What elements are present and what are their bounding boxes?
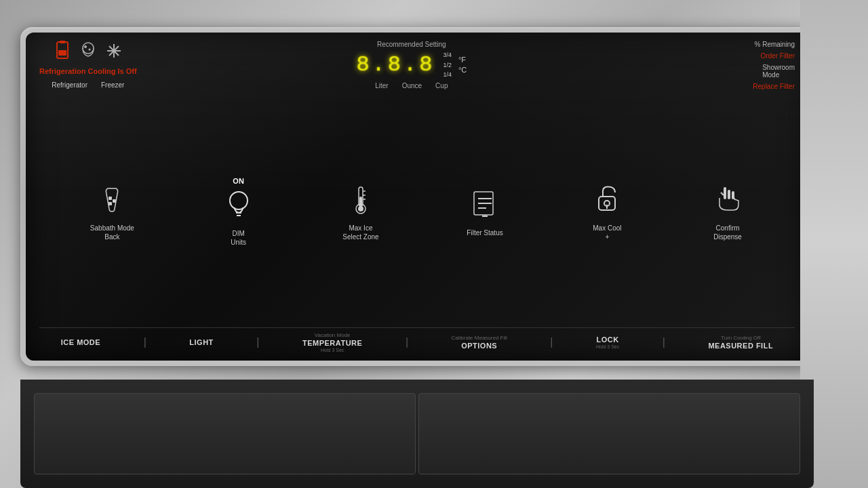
liter-label: Liter <box>375 82 388 89</box>
fraction-1-4: 1/4 <box>443 70 452 79</box>
temp-fahrenheit: °F <box>458 56 467 64</box>
svg-point-5 <box>88 49 90 51</box>
max-cool-button[interactable]: Max Cool+ <box>591 182 623 241</box>
max-cool-label: Max Cool+ <box>593 224 621 241</box>
center-display: Recommended Setting 8.8.8 3/4 1/2 1/4 <box>137 41 686 89</box>
ice-mode-label[interactable]: ICE MODE <box>61 338 100 346</box>
replace-filter: Replace Filter <box>753 83 795 90</box>
divider-2: | <box>256 336 259 348</box>
vacation-mode-sub: Vacation Mode <box>315 332 351 338</box>
thermometer-icon <box>344 182 377 220</box>
lock-label: LOCK <box>597 336 619 344</box>
sabbath-icon <box>93 182 131 220</box>
bottom-dispenser <box>20 380 814 488</box>
on-indicator: ON <box>233 176 244 186</box>
max-ice-label: Max IceSelect Zone <box>342 224 378 241</box>
svg-rect-32 <box>724 187 726 199</box>
divider-1: | <box>144 336 146 348</box>
fridge-battery-icon <box>54 41 71 64</box>
light-button[interactable]: ON DIMUnits <box>222 176 255 247</box>
dim-units-label: DIMUnits <box>231 229 246 247</box>
sabbath-mode-button[interactable]: Sabbath ModeBack <box>90 182 134 241</box>
measured-fill-label: MEASURED FILL <box>708 342 773 350</box>
temperature-label: TEMPERATURE <box>302 339 362 347</box>
svg-point-20 <box>358 206 363 211</box>
seg-display-value: 8.8.8 <box>356 52 435 77</box>
dispense-labels: Liter Ounce Cup <box>375 82 448 89</box>
temp-units: °F °C <box>458 56 467 74</box>
lock-area[interactable]: LOCK Hold 3 Sec <box>596 336 619 349</box>
lock-icon <box>591 182 623 220</box>
dispenser-slot-left <box>34 393 416 474</box>
order-filter: Order Filter <box>760 52 795 60</box>
svg-rect-12 <box>113 199 116 203</box>
options-label: OPTIONS <box>461 342 497 350</box>
temp-fractions: 3/4 1/2 1/4 <box>443 51 452 79</box>
bottom-labels-row: ICE MODE | LIGHT | Vacation Mode TEMPERA… <box>39 327 795 355</box>
fraction-3-4: 3/4 <box>443 51 452 60</box>
dispenser-slot-right <box>418 393 800 474</box>
fridge-body: Refrigeration Cooling Is Off Refrigerato… <box>0 0 868 488</box>
svg-rect-2 <box>58 50 66 56</box>
temp-celsius: °C <box>458 66 467 74</box>
appliance-icons <box>54 41 122 64</box>
measured-fill-area[interactable]: Turn Cooling Off MEASURED FILL <box>708 335 773 350</box>
panel-inner: Refrigeration Cooling Is Off Refrigerato… <box>26 33 808 361</box>
svg-rect-11 <box>108 197 112 200</box>
calibrate-sub: Calibrate Measured Fill <box>452 335 507 341</box>
svg-rect-33 <box>728 190 730 199</box>
max-ice-button[interactable]: Max IceSelect Zone <box>342 182 378 241</box>
top-section: Refrigeration Cooling Is Off Refrigerato… <box>39 41 795 90</box>
svg-rect-1 <box>60 41 65 43</box>
divider-4: | <box>550 336 553 348</box>
panel-content: Refrigeration Cooling Is Off Refrigerato… <box>26 33 808 361</box>
refrigeration-status: Refrigeration Cooling Is Off <box>39 66 137 76</box>
refrigerator-label: Refrigerator <box>52 81 87 89</box>
dispense-icon <box>711 182 744 220</box>
temperature-area[interactable]: Vacation Mode TEMPERATURE Hold 3 Sec <box>302 332 362 352</box>
panel-frame: Refrigeration Cooling Is Off Refrigerato… <box>20 27 814 366</box>
filter-status-button[interactable]: Filter Status <box>467 186 502 237</box>
filter-status-label: Filter Status <box>467 228 502 237</box>
filter-status-icon <box>467 186 502 224</box>
recommended-label: Recommended Setting <box>377 41 446 48</box>
showroom-mode: ShowroomMode <box>762 64 795 79</box>
svg-rect-13 <box>108 202 112 205</box>
svg-point-10 <box>113 49 115 52</box>
snowflake-icon <box>106 43 122 62</box>
drink-icon <box>79 41 98 63</box>
percent-remaining: % Remaining <box>755 41 795 48</box>
divider-3: | <box>406 336 408 348</box>
temperature-hold-sub: Hold 3 Sec <box>321 348 344 352</box>
turn-cooling-sub: Turn Cooling Off <box>721 335 760 341</box>
svg-line-35 <box>721 192 724 195</box>
cup-label: Cup <box>435 82 448 89</box>
display-area: 8.8.8 3/4 1/2 1/4 °F °C <box>356 51 467 79</box>
options-area[interactable]: Calibrate Measured Fill OPTIONS <box>452 335 507 350</box>
ounce-label: Ounce <box>402 82 422 89</box>
sabbath-mode-label: Sabbath ModeBack <box>90 224 134 241</box>
svg-point-4 <box>84 45 87 48</box>
svg-point-14 <box>230 192 248 209</box>
led-display: 8.8.8 <box>356 52 435 77</box>
svg-rect-19 <box>359 197 362 207</box>
svg-point-3 <box>83 43 94 54</box>
divider-5: | <box>663 336 665 348</box>
filter-info: % Remaining Order Filter ShowroomMode Re… <box>686 41 795 90</box>
light-bulb-icon <box>222 187 255 225</box>
main-icons-row: Sabbath ModeBack ON DIMUnits <box>39 96 795 327</box>
lock-hold-sub: Hold 3 Sec <box>596 344 619 349</box>
fraction-1-2: 1/2 <box>443 61 452 70</box>
freezer-label: Freezer <box>101 81 124 89</box>
confirm-dispense-button[interactable]: ConfirmDispense <box>711 182 744 241</box>
confirm-dispense-label: ConfirmDispense <box>713 224 742 241</box>
light-mode-label[interactable]: LIGHT <box>189 338 214 346</box>
left-top: Refrigeration Cooling Is Off Refrigerato… <box>39 41 137 89</box>
